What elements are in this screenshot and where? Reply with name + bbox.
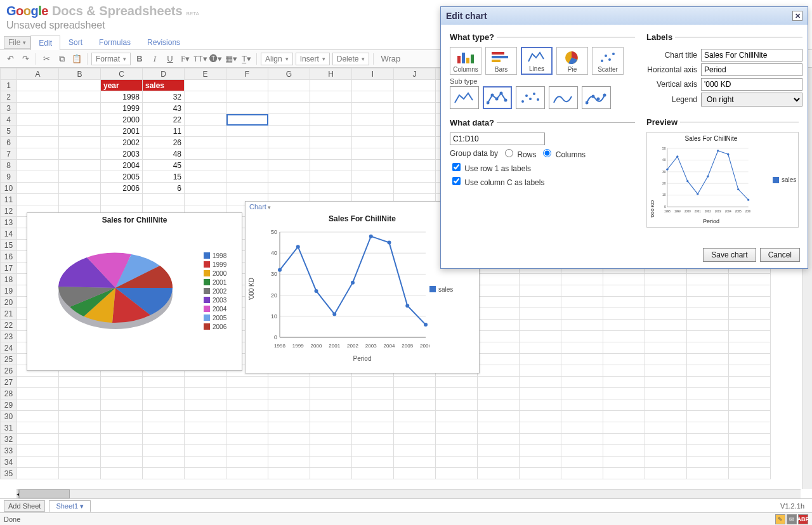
cell[interactable]: [561, 399, 603, 411]
cell[interactable]: [310, 91, 352, 103]
cell[interactable]: [436, 377, 478, 388]
cell[interactable]: [59, 377, 101, 388]
row-header[interactable]: 7: [1, 148, 17, 160]
cell[interactable]: [603, 342, 645, 354]
cell[interactable]: [561, 365, 603, 377]
cell[interactable]: [436, 399, 478, 411]
cell[interactable]: [645, 274, 687, 285]
cell[interactable]: [478, 297, 520, 308]
cell[interactable]: [101, 377, 143, 388]
cell[interactable]: [603, 399, 645, 411]
cell[interactable]: [687, 320, 729, 331]
embedded-pie-chart[interactable]: Sales for ChillNite: [27, 212, 242, 371]
cell[interactable]: [226, 411, 268, 422]
row-header[interactable]: 4: [1, 114, 17, 126]
cell[interactable]: [603, 468, 645, 479]
cell[interactable]: [729, 468, 771, 479]
cell[interactable]: [352, 80, 394, 91]
cell[interactable]: [143, 194, 185, 205]
align-dropdown[interactable]: Align: [261, 53, 293, 65]
cell[interactable]: [59, 80, 101, 91]
cell[interactable]: [603, 365, 645, 377]
cell[interactable]: [226, 388, 268, 399]
cell[interactable]: [310, 183, 352, 194]
tab-formulas[interactable]: Formulas: [91, 35, 139, 49]
cell[interactable]: [59, 411, 101, 422]
row-header[interactable]: 27: [1, 377, 17, 388]
cell[interactable]: [645, 411, 687, 422]
cell[interactable]: [603, 308, 645, 320]
cell[interactable]: [645, 388, 687, 399]
cell[interactable]: [268, 171, 310, 183]
cell[interactable]: [268, 160, 310, 171]
legend-select[interactable]: On right: [701, 93, 802, 107]
cell[interactable]: [101, 422, 143, 434]
cell[interactable]: year: [101, 80, 143, 91]
cell[interactable]: [268, 137, 310, 148]
cell[interactable]: 2003: [101, 148, 143, 160]
cell[interactable]: [59, 114, 101, 126]
cell[interactable]: [310, 80, 352, 91]
cell[interactable]: [729, 457, 771, 468]
cell[interactable]: [59, 91, 101, 103]
cell[interactable]: [310, 160, 352, 171]
cell[interactable]: [478, 377, 520, 388]
cell[interactable]: [226, 468, 268, 479]
row-header[interactable]: 15: [1, 240, 17, 251]
cell[interactable]: 2002: [101, 137, 143, 148]
subtype-2[interactable]: [483, 86, 512, 109]
cell[interactable]: [352, 422, 394, 434]
cell[interactable]: [17, 160, 59, 171]
dialog-titlebar[interactable]: Edit chart ✕: [441, 7, 808, 25]
cell[interactable]: [17, 388, 59, 399]
cell[interactable]: [561, 274, 603, 285]
cell[interactable]: 2006: [101, 183, 143, 194]
cell[interactable]: [478, 331, 520, 342]
cell[interactable]: [143, 457, 185, 468]
cell[interactable]: [226, 126, 268, 137]
cell[interactable]: [310, 137, 352, 148]
cell[interactable]: [352, 445, 394, 457]
copy-icon[interactable]: ⧉: [55, 53, 68, 65]
cell[interactable]: [268, 388, 310, 399]
cell[interactable]: [101, 194, 143, 205]
cell[interactable]: 2001: [101, 126, 143, 137]
col-header[interactable]: G: [268, 68, 310, 80]
cell[interactable]: [17, 457, 59, 468]
cell[interactable]: [268, 114, 310, 126]
cell[interactable]: [143, 411, 185, 422]
cell[interactable]: [185, 388, 226, 399]
row-header[interactable]: 30: [1, 411, 17, 422]
cell[interactable]: [687, 308, 729, 320]
cell[interactable]: [478, 285, 520, 297]
cell[interactable]: [352, 160, 394, 171]
cell[interactable]: [352, 91, 394, 103]
save-chart-button[interactable]: Save chart: [703, 248, 756, 262]
font-icon[interactable]: F▾: [179, 53, 192, 65]
cell[interactable]: [226, 457, 268, 468]
cell[interactable]: 15: [143, 171, 185, 183]
cancel-button[interactable]: Cancel: [760, 248, 800, 262]
group-cols-radio[interactable]: Columns: [540, 147, 586, 159]
cell[interactable]: [352, 183, 394, 194]
cell[interactable]: [185, 445, 226, 457]
cell[interactable]: [478, 320, 520, 331]
cell[interactable]: 2005: [101, 171, 143, 183]
data-range-input[interactable]: [450, 133, 545, 145]
cell[interactable]: [59, 171, 101, 183]
cell[interactable]: [603, 274, 645, 285]
cell[interactable]: [310, 148, 352, 160]
cell[interactable]: [561, 422, 603, 434]
row-header[interactable]: 23: [1, 331, 17, 342]
cell[interactable]: [59, 160, 101, 171]
cell[interactable]: [561, 388, 603, 399]
cell[interactable]: 6: [143, 183, 185, 194]
cell[interactable]: [59, 194, 101, 205]
cell[interactable]: [143, 388, 185, 399]
cell[interactable]: [352, 388, 394, 399]
cell[interactable]: [603, 457, 645, 468]
cell[interactable]: [645, 297, 687, 308]
cell[interactable]: [436, 422, 478, 434]
cell[interactable]: [101, 468, 143, 479]
cell[interactable]: [59, 468, 101, 479]
